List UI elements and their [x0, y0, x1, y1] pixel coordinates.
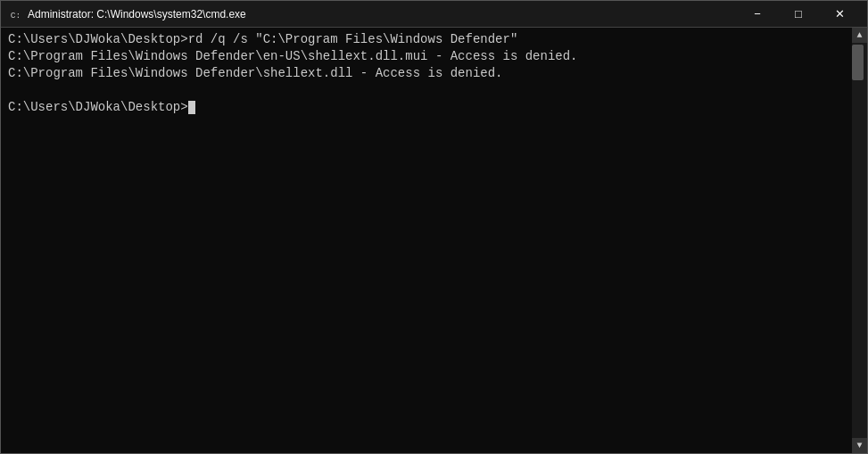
title-bar-controls: − □ ✕	[737, 1, 860, 28]
maximize-button[interactable]: □	[778, 1, 819, 28]
terminal-body[interactable]: C:\Users\DJWoka\Desktop>rd /q /s "C:\Pro…	[1, 28, 867, 453]
close-button[interactable]: ✕	[819, 1, 860, 28]
cmd-window: C: Administrator: C:\Windows\system32\cm…	[0, 0, 868, 454]
terminal-line-2: C:\Program Files\Windows Defender\en-US\…	[8, 48, 860, 65]
terminal-prompt: C:\Users\DJWoka\Desktop>	[8, 99, 860, 116]
scroll-up-button[interactable]: ▲	[852, 28, 867, 43]
terminal-line-3: C:\Program Files\Windows Defender\shelle…	[8, 65, 860, 82]
cmd-icon: C:	[8, 7, 22, 21]
scrollbar[interactable]: ▲ ▼	[852, 28, 867, 453]
title-bar: C: Administrator: C:\Windows\system32\cm…	[1, 1, 867, 28]
title-bar-text: Administrator: C:\Windows\system32\cmd.e…	[28, 8, 737, 21]
cursor	[188, 101, 195, 114]
terminal-line-1: C:\Users\DJWoka\Desktop>rd /q /s "C:\Pro…	[8, 31, 860, 48]
terminal-line-4	[8, 82, 860, 99]
scroll-down-button[interactable]: ▼	[852, 438, 867, 453]
scrollbar-track[interactable]	[852, 43, 867, 438]
svg-text:C:: C:	[11, 11, 21, 21]
scrollbar-thumb[interactable]	[852, 45, 864, 80]
minimize-button[interactable]: −	[737, 1, 778, 28]
